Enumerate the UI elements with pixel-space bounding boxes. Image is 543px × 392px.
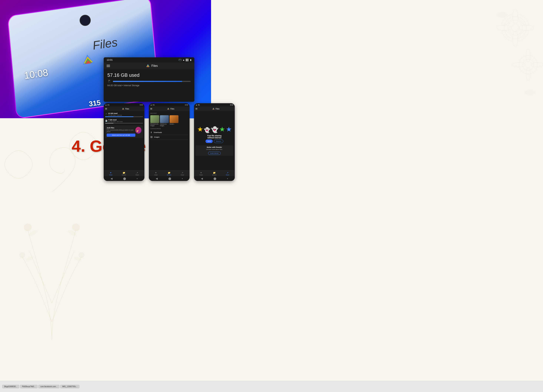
phone1-storage2-row: 💾 7 GB Used 32 GB total • SD Card (105, 119, 143, 122)
clean-nav-label: Clean (109, 174, 112, 176)
home-button-1[interactable]: ⬤ (123, 177, 126, 180)
phone1-bar2-bg (105, 123, 143, 124)
thumb-camera-label: Camera (1) (160, 123, 169, 125)
status-bar: 13:01 📳 ▲ ▌▌ ▮ (104, 57, 194, 62)
phone1-bar2-fill (105, 123, 113, 124)
signal-icon: ▌▌ (186, 59, 189, 61)
browse-nav-icon: 📁 (123, 171, 125, 174)
recents-button-3[interactable]: ▪ (227, 177, 228, 180)
images-label: Images (154, 136, 160, 138)
category-images[interactable]: 🖼 Images (150, 135, 188, 139)
nav-browse-3[interactable]: 📁 Browse (212, 171, 216, 176)
recents-button-2[interactable]: ▪ (182, 177, 183, 180)
storage-bar-fill (113, 81, 182, 82)
phone1-bar1-bg (105, 116, 143, 117)
phone1-hw-buttons: ◀ ⬤ ▪ (104, 176, 144, 181)
nav-clean-3[interactable]: ✦ Clean (199, 171, 203, 176)
home-button-2[interactable]: ⬤ (168, 177, 171, 180)
taskbar-item-4[interactable]: IMG_12060793c... (60, 385, 79, 388)
nav-clean-2[interactable]: ✦ Clean (154, 171, 158, 176)
taskbar-item-1[interactable]: Bkgd1908030... (2, 385, 19, 388)
ghost-icon-1: 👻 (204, 127, 210, 133)
nav-browse-1[interactable]: 📁 Browse (122, 171, 126, 176)
phone3-bottom-nav: ✦ Clean 📁 Browse ↗ Share (194, 170, 235, 176)
browse-nav-label-3: Browse (212, 174, 216, 176)
app-screenshot: 13:01 📳 ▲ ▌▌ ▮ Files 57.16 GB used 📱 (104, 57, 194, 102)
nav-clean-1[interactable]: ✦ Clean (109, 171, 112, 176)
nav-share-2[interactable]: ↗ Share (181, 171, 184, 176)
phone1-menu[interactable] (105, 108, 107, 110)
recent-item-3: Screen... (170, 115, 178, 126)
nav-share-3[interactable]: ↗ Share (226, 171, 229, 176)
back-button-2[interactable]: ◀ (156, 177, 158, 180)
taskbar-item-2[interactable]: Pbi58eua74b0... (20, 385, 38, 388)
phone1-time: 9:00 (140, 104, 143, 106)
categories-label: CATEGORIES (150, 128, 188, 129)
vibrate-icon: 📳 (179, 59, 181, 61)
phone2-files-icon (167, 107, 170, 110)
taskbar: Bkgd1908030... Pbi58eua74b0... com.faceb… (0, 381, 543, 392)
phone1-storage1-sub: 16 GB total • Internal (108, 114, 122, 116)
phone2-bottom-nav: ✦ Clean 📁 Browse ↗ Share (149, 170, 190, 176)
browse-nav-icon-3: 📁 (213, 171, 216, 174)
nav-share-1[interactable]: ↗ Share (136, 171, 139, 176)
phone-camera (80, 15, 91, 26)
better-friends-sub: Let them know about Files. (197, 149, 232, 150)
status-icons: 📳 ▲ ▌▌ ▮ (179, 59, 192, 61)
phone2-time: 9:00 (185, 104, 188, 106)
taskbar-item-3[interactable]: com.facebook.com... (38, 385, 59, 388)
app-title: Files (152, 64, 158, 67)
phone3-files-icon (212, 107, 215, 110)
ghost-icon-2: 👻 (211, 126, 218, 133)
home-button-3[interactable]: ⬤ (214, 177, 216, 180)
share-nav-icon: ↗ (136, 171, 138, 174)
phone3-toolbar: Files (194, 107, 235, 111)
svg-point-4 (504, 17, 526, 39)
thumb-received (150, 115, 159, 123)
share-nav-icon-3: ↗ (226, 171, 228, 174)
google-files-icon-large (80, 53, 95, 67)
nav-browse-2[interactable]: 📁 Browse (167, 171, 171, 176)
svg-point-28 (79, 252, 84, 258)
send-button[interactable]: Send (205, 139, 213, 143)
recent-item-2: Camera (1) Images (160, 115, 169, 126)
better-friends-card: Better with friends! Let them know about… (196, 145, 233, 156)
share-ghosts-illustration: ★ 👻 👻 ★ ★ (197, 125, 232, 133)
phone1-title: Files (125, 108, 129, 110)
back-button-1[interactable]: ◀ (111, 177, 113, 180)
recents-button-1[interactable]: ▪ (137, 177, 138, 180)
thumb-received-label: Received (12) (150, 123, 159, 125)
category-downloads[interactable]: ⬇ Downloads (150, 130, 188, 135)
phone1-status-bar: ▲ 4G 9:00 (104, 103, 144, 107)
svg-point-25 (24, 224, 31, 231)
phone3-content: ★ 👻 👻 ★ ★ Fast file sharingwithout inter… (194, 111, 235, 170)
clean-nav-icon-2: ✦ (155, 171, 157, 174)
invite-friends-button[interactable]: Invite friends (208, 152, 221, 155)
phone3-menu[interactable] (196, 108, 197, 110)
downloads-icon: ⬇ (150, 131, 152, 134)
wifi-icon: ▲ (182, 59, 185, 61)
svg-point-16 (523, 59, 534, 70)
thumb-screen (170, 115, 178, 123)
recent-label: RECENT (150, 112, 188, 114)
clean-free-button[interactable]: Select and free up 5.28 MB (107, 133, 135, 137)
receive-button[interactable]: Receive (214, 139, 223, 143)
phone3-title: Files (215, 108, 219, 110)
phone1-bottom-nav: ✦ Clean 📁 Browse ↗ Share (104, 170, 144, 176)
phone2-menu[interactable] (150, 108, 152, 110)
share-nav-icon-2: ↗ (181, 171, 183, 174)
phone1-junk-card: Junk files Files unnecessarily taking up… (105, 125, 143, 138)
junk-desc: Files unnecessarily taking up space on y… (107, 129, 135, 133)
floral-svg-top-right (395, 0, 543, 118)
share-title: Fast file sharingwithout internet (207, 135, 222, 139)
menu-icon[interactable] (107, 65, 110, 67)
storage-device-icon: 📱 (107, 80, 111, 83)
app-title-area: Files (112, 64, 192, 68)
phone2-content: RECENT Received (12) Images Camera (1) I… (149, 111, 190, 170)
storage-used-label: 57.16 GB used (107, 72, 191, 78)
thumb-camera-sub: Images (160, 125, 169, 126)
thumb-received-sub: Images (150, 125, 159, 126)
phone1-title-area: Files (108, 107, 143, 110)
back-button-3[interactable]: ◀ (201, 177, 203, 180)
phone1-storage1-label: 12 GB Used (108, 112, 122, 114)
